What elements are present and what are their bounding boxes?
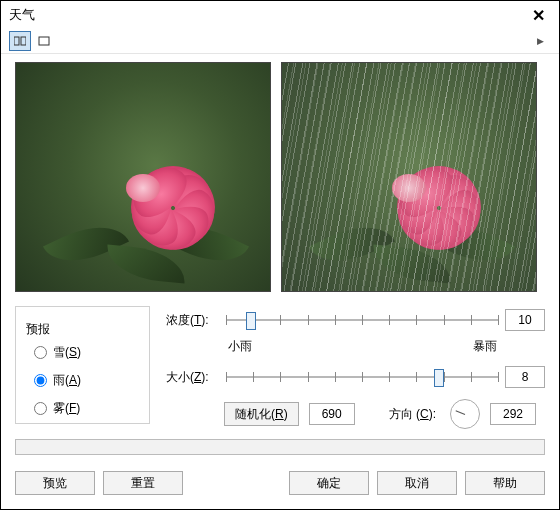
radio-snow[interactable]: 雪(S) [26, 338, 139, 366]
radio-snow-label: 雪(S) [53, 344, 81, 361]
forecast-group: 预报 雪(S) 雨(A) 雾(F) [15, 306, 150, 424]
view-side-by-side-button[interactable] [9, 31, 31, 51]
window-title: 天气 [9, 6, 35, 24]
play-preview-button[interactable]: ▶ [529, 31, 551, 51]
radio-rain[interactable]: 雨(A) [26, 366, 139, 394]
radio-fog[interactable]: 雾(F) [26, 394, 139, 422]
content-area: 预报 雪(S) 雨(A) 雾(F) 浓度(T): [1, 54, 559, 461]
sliders-panel: 浓度(T): 小雨 暴雨 大小(Z): [166, 306, 545, 429]
size-row: 大小(Z): [166, 365, 545, 389]
play-icon: ▶ [537, 36, 544, 46]
svg-rect-2 [39, 37, 49, 45]
cancel-button[interactable]: 取消 [377, 471, 457, 495]
density-scale-min: 小雨 [228, 338, 252, 355]
preview-row [15, 62, 545, 292]
svg-rect-0 [14, 37, 19, 45]
effect-preview[interactable] [281, 62, 537, 292]
direction-label: 方向 (C): [389, 406, 436, 423]
reset-button[interactable]: 重置 [103, 471, 183, 495]
size-label: 大小(Z): [166, 369, 220, 386]
close-button[interactable]: ✕ [526, 6, 551, 25]
radio-fog-label: 雾(F) [53, 400, 80, 417]
controls-row: 预报 雪(S) 雨(A) 雾(F) 浓度(T): [15, 306, 545, 429]
randomize-button[interactable]: 随机化(R) [224, 402, 299, 426]
side-by-side-icon [14, 35, 26, 47]
radio-snow-input[interactable] [34, 346, 47, 359]
svg-rect-1 [21, 37, 26, 45]
progress-bar [15, 439, 545, 455]
density-row: 浓度(T): [166, 308, 545, 332]
view-single-button[interactable] [33, 31, 55, 51]
preview-button[interactable]: 预览 [15, 471, 95, 495]
titlebar: 天气 ✕ [1, 1, 559, 29]
density-thumb[interactable] [246, 312, 256, 330]
direction-dial[interactable] [450, 399, 480, 429]
radio-rain-label: 雨(A) [53, 372, 81, 389]
forecast-legend: 预报 [26, 322, 50, 336]
direction-input[interactable] [490, 403, 536, 425]
original-preview[interactable] [15, 62, 271, 292]
toolbar: ▶ [1, 29, 559, 53]
size-thumb[interactable] [434, 369, 444, 387]
size-input[interactable] [505, 366, 545, 388]
randomize-row: 随机化(R) 方向 (C): [166, 399, 545, 429]
density-slider[interactable] [226, 308, 499, 332]
seed-input[interactable] [309, 403, 355, 425]
footer: 预览 重置 确定 取消 帮助 [1, 461, 559, 509]
ok-button[interactable]: 确定 [289, 471, 369, 495]
density-label: 浓度(T): [166, 312, 220, 329]
density-scale-max: 暴雨 [473, 338, 497, 355]
help-button[interactable]: 帮助 [465, 471, 545, 495]
size-slider[interactable] [226, 365, 499, 389]
weather-dialog: 天气 ✕ ▶ [0, 0, 560, 510]
density-input[interactable] [505, 309, 545, 331]
radio-rain-input[interactable] [34, 374, 47, 387]
radio-fog-input[interactable] [34, 402, 47, 415]
single-view-icon [38, 35, 50, 47]
